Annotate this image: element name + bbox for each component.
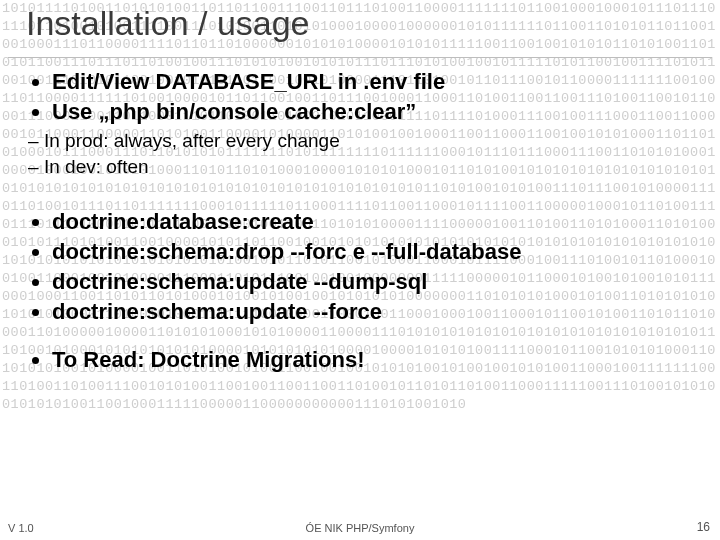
list-item: doctrine:database:create: [52, 208, 720, 236]
page-title: Installation / usage: [26, 4, 720, 43]
list-block-1: Edit/View DATABASE_URL in .env file Use …: [52, 68, 720, 126]
list-block-2: doctrine:database:create doctrine:schema…: [52, 208, 720, 327]
list-item: Use „php bin/console cache:clear”: [52, 98, 720, 126]
list-item: doctrine:schema:update --force: [52, 298, 720, 326]
list-item: doctrine:schema:update --dump-sql: [52, 268, 720, 296]
slide-content: Installation / usage Edit/View DATABASE_…: [0, 0, 720, 540]
list-item: Edit/View DATABASE_URL in .env file: [52, 68, 720, 96]
list-item: doctrine:schema:drop --forc e --full-dat…: [52, 238, 720, 266]
list-item: In dev: often: [28, 154, 720, 180]
title-divider: [8, 57, 712, 58]
list-item: In prod: always, after every change: [28, 128, 720, 154]
list-block-3: To Read: Doctrine Migrations!: [52, 346, 720, 374]
list-item: To Read: Doctrine Migrations!: [52, 346, 720, 374]
sublist-block: In prod: always, after every change In d…: [28, 128, 720, 179]
